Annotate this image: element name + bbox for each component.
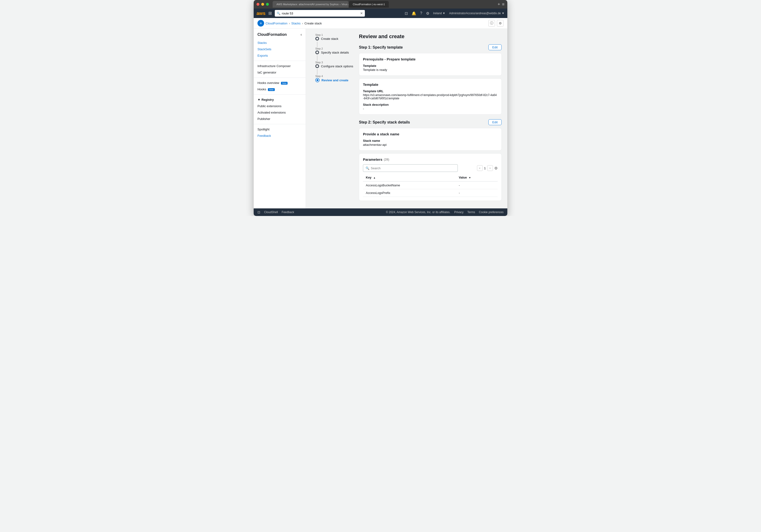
header-icons: ⊡ 🔔 ? ⚙ Ireland ▼ AdministratorAccess/an…: [405, 11, 504, 16]
params-table: Key ▲ Value ▼: [363, 174, 498, 197]
sidebar-item-stacks[interactable]: Stacks: [254, 39, 306, 46]
page-title: Review and create: [359, 33, 502, 39]
table-header-row: Key ▲ Value ▼: [363, 174, 498, 181]
aws-logo: aws: [257, 11, 265, 16]
bottom-bar: ⊡ CloudShell Feedback © 2024, Amazon Web…: [254, 208, 507, 216]
footer-privacy[interactable]: Privacy: [454, 210, 463, 214]
tab-bar: AWS Marketplace: attachmentAV powered by…: [273, 1, 496, 8]
sidebar-item-activated-extensions[interactable]: Activated extensions: [254, 109, 306, 116]
footer-terms[interactable]: Terms: [467, 210, 475, 214]
stack-desc-label: Stack description: [363, 103, 498, 106]
step-4: Step 4 Review and create: [315, 75, 355, 82]
breadcrumb-sep1: ›: [289, 22, 290, 25]
col-key[interactable]: Key ▲: [363, 174, 456, 181]
sidebar-item-public-extensions[interactable]: Public extensions: [254, 103, 306, 109]
footer-copyright: © 2024, Amazon Web Services, Inc. or its…: [386, 210, 450, 214]
step-2-circle: [315, 50, 319, 54]
sidebar-divider-2: [254, 78, 306, 78]
table-row: AccessLogsBucketName -: [363, 181, 498, 189]
sidebar-item-exports[interactable]: Exports: [254, 52, 306, 59]
step-3: Step 3 Configure stack options: [315, 61, 355, 68]
info-button[interactable]: ⓘ: [488, 20, 495, 27]
search-bar: 🔍 ✕: [275, 10, 365, 17]
prerequisite-card-title: Prerequisite - Prepare template: [363, 57, 498, 61]
step-connector-1: [317, 41, 318, 47]
params-search-input[interactable]: [371, 166, 455, 170]
breadcrumb-actions: ⓘ ⚙: [488, 20, 503, 27]
search-icon-header: 🔍: [277, 12, 280, 15]
col-value[interactable]: Value ▼: [456, 174, 498, 181]
template-field-value: Template is ready: [363, 68, 498, 72]
nav-menu-button[interactable]: ≡: [258, 20, 264, 27]
search-input[interactable]: [282, 12, 359, 15]
template-field-label: Template: [363, 64, 498, 68]
menu-button[interactable]: ≡: [502, 2, 504, 7]
page-prev-button[interactable]: ‹: [477, 165, 483, 171]
footer-links: © 2024, Amazon Web Services, Inc. or its…: [386, 210, 503, 214]
cloudshell-label[interactable]: CloudShell: [264, 210, 278, 214]
region-selector[interactable]: Ireland ▼: [433, 12, 445, 15]
breadcrumb: ≡ CloudFormation › Stacks › Create stack…: [254, 18, 507, 29]
user-menu[interactable]: AdministratorAccess/andreas@widdix.de ▼: [449, 12, 504, 15]
page-number: 1: [484, 166, 486, 170]
titlebar: AWS Marketplace: attachmentAV powered by…: [254, 0, 507, 9]
close-dot[interactable]: [257, 3, 259, 6]
footer-feedback[interactable]: Feedback: [282, 210, 294, 214]
sidebar-collapse-button[interactable]: ‹: [301, 32, 302, 37]
terminal-icon[interactable]: ⊡: [405, 11, 408, 16]
sidebar-feedback[interactable]: Feedback: [254, 133, 306, 139]
param-value-1: -: [456, 189, 498, 197]
step2-header: Step 2: Specify stack details Edit: [359, 119, 502, 125]
search-clear-button[interactable]: ✕: [360, 11, 363, 15]
step-4-circle: [315, 78, 320, 82]
step2-edit-button[interactable]: Edit: [488, 119, 502, 125]
stack-name-card: Provide a stack name Stack name attachme…: [359, 128, 502, 150]
sidebar-item-hooks-overview[interactable]: Hooks overview New: [254, 80, 306, 86]
help-icon[interactable]: ?: [420, 11, 422, 15]
hooks-badge: New: [268, 88, 274, 91]
registry-section[interactable]: ▼ Registry: [254, 96, 306, 103]
breadcrumb-sep2: ›: [302, 22, 303, 25]
content-area: Step 1 Create stack Step 2 Specify stack…: [306, 29, 507, 208]
settings-icon-header[interactable]: ⚙: [426, 11, 429, 16]
step-3-label: Step 3: [315, 61, 355, 64]
sidebar-item-hooks[interactable]: Hooks New: [254, 86, 306, 92]
new-tab-button[interactable]: +: [498, 2, 500, 7]
footer-cookie-preferences[interactable]: Cookie preferences: [479, 210, 503, 214]
template-card-title: Template: [363, 83, 498, 87]
main-layout: CloudFormation ‹ Stacks StackSets Export…: [254, 29, 507, 208]
breadcrumb-cloudformation[interactable]: CloudFormation: [265, 22, 288, 25]
sidebar-item-infra-composer[interactable]: Infrastructure Composer: [254, 63, 306, 69]
grid-icon[interactable]: ⊞: [268, 11, 272, 16]
sidebar-item-publisher[interactable]: Publisher: [254, 116, 306, 122]
params-controls: 🔍 ‹ 1 › ⚙: [363, 164, 498, 172]
table-settings-icon[interactable]: ⚙: [494, 166, 498, 170]
sort-key-icon: ▲: [373, 176, 376, 179]
tab-marketplace[interactable]: AWS Marketplace: attachmentAV powered by…: [273, 1, 348, 8]
template-url-label: Template URL: [363, 89, 498, 93]
tab-cloudformation[interactable]: CloudFormation | eu-west-1: [349, 1, 389, 8]
sidebar-item-iac-generator[interactable]: IaC generator: [254, 69, 306, 76]
minimize-dot[interactable]: [261, 3, 264, 6]
page-next-button[interactable]: ›: [487, 165, 493, 171]
breadcrumb-stacks[interactable]: Stacks: [291, 22, 301, 25]
template-card: Template Template URL https://s3.amazona…: [359, 79, 502, 114]
maximize-dot[interactable]: [266, 3, 269, 6]
step2-section-title: Step 2: Specify stack details: [359, 120, 410, 125]
sidebar-item-stacksets[interactable]: StackSets: [254, 46, 306, 52]
tab-actions: + ≡: [498, 2, 504, 7]
page-content: Review and create Step 1: Specify templa…: [359, 33, 502, 204]
bell-icon[interactable]: 🔔: [412, 11, 416, 16]
aws-header: aws ⊞ 🔍 ✕ ⊡ 🔔 ? ⚙ Ireland ▼ Administrato…: [254, 9, 507, 18]
stack-name-value: attachmentav-api: [363, 143, 498, 147]
template-url-value: https://s3.amazonaws.com/awsmp-fulfillme…: [363, 93, 498, 100]
chevron-down-registry: ▼: [258, 98, 261, 101]
step-4-name: Review and create: [322, 79, 348, 82]
pagination: ‹ 1 › ⚙: [477, 165, 498, 171]
content-wrapper: Step 1 Create stack Step 2 Specify stack…: [312, 33, 502, 204]
step1-edit-button[interactable]: Edit: [488, 44, 502, 50]
settings-button-bc[interactable]: ⚙: [497, 20, 503, 27]
step-3-name: Configure stack options: [321, 65, 353, 68]
sidebar-item-spotlight[interactable]: Spotlight: [254, 126, 306, 133]
template-field: Template Template is ready: [363, 64, 498, 72]
